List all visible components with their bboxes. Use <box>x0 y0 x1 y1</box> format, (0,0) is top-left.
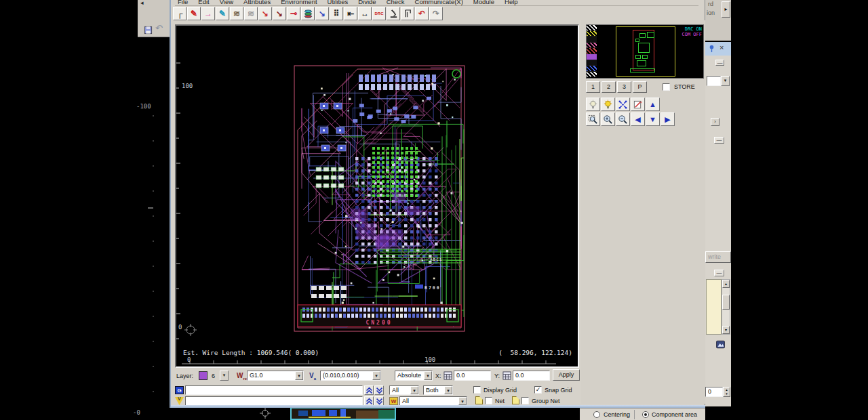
microscope-icon[interactable] <box>387 7 400 20</box>
radio-component-area[interactable] <box>642 411 649 418</box>
via-command-input[interactable] <box>185 396 363 406</box>
history-up-icon-2[interactable] <box>364 396 374 406</box>
fragment-spinner-value[interactable]: 0 <box>705 387 723 397</box>
bulb-on-icon[interactable] <box>601 98 615 111</box>
net-checkbox[interactable] <box>485 397 492 404</box>
layer-swatch-7[interactable] <box>587 66 597 72</box>
x-calculator-icon[interactable] <box>443 371 452 380</box>
layer-dropdown-icon[interactable]: ▾ <box>220 371 229 381</box>
history-up-icon[interactable] <box>364 385 374 395</box>
image-tool-icon[interactable] <box>716 340 728 350</box>
redo-icon[interactable]: ↷ <box>429 7 443 20</box>
caliper-icon[interactable] <box>401 7 414 20</box>
sheet-edit-icon[interactable] <box>631 98 645 111</box>
group-net-checkbox[interactable] <box>521 397 529 404</box>
scope-select[interactable]: All▾ <box>389 385 419 395</box>
zoom-area-icon[interactable] <box>586 112 600 126</box>
spinner-buttons[interactable]: ▴▾ <box>723 387 730 397</box>
layer-swatch-4[interactable] <box>587 48 597 54</box>
history-down-icon-2[interactable] <box>374 396 384 406</box>
wire-scope-select[interactable]: All▾ <box>399 396 467 406</box>
menu-module[interactable]: Module <box>473 0 494 5</box>
menu-help[interactable]: Help <box>505 0 518 5</box>
pan-up-icon[interactable]: ▲ <box>646 98 660 111</box>
add-via-icon[interactable]: ⊸ <box>287 7 300 20</box>
align-left-icon[interactable]: ⇤ <box>344 7 357 20</box>
scroll-thumb[interactable] <box>722 295 730 310</box>
undo-icon[interactable]: ↶ <box>415 7 429 20</box>
fragment-scrollbar[interactable]: ▴ ▾ <box>722 279 730 335</box>
fit-view-icon[interactable] <box>616 98 630 111</box>
dropdown-icon[interactable]: ▾ <box>372 371 380 380</box>
close-icon[interactable]: × <box>719 43 724 51</box>
store-checkbox[interactable] <box>663 83 670 91</box>
layer-stack-icon[interactable] <box>301 7 315 20</box>
scroll-right-icon[interactable]: › <box>711 118 719 126</box>
design-canvas[interactable]: CN200R700ADC1 100 0 Est. Wire Length : 1… <box>175 24 579 368</box>
dropdown-icon[interactable]: ▾ <box>295 371 303 380</box>
layer-swatch-8[interactable] <box>587 72 597 78</box>
view-button-1[interactable]: 1 <box>586 81 600 93</box>
route-pattern-alt-icon[interactable]: ≋ <box>244 7 258 20</box>
zoom-out-icon[interactable] <box>616 112 630 126</box>
menu-divide[interactable]: Divide <box>358 0 376 5</box>
history-down-icon[interactable] <box>374 385 384 395</box>
snap-grid-checkbox[interactable]: ✓ <box>534 386 542 394</box>
scroll-down-icon[interactable]: ▾ <box>722 326 730 334</box>
menu-attributes[interactable]: Attributes <box>243 0 271 5</box>
zoom-in-icon[interactable] <box>601 112 615 126</box>
pan-left-icon[interactable]: ◀ <box>631 112 645 126</box>
menu-environment[interactable]: Environment <box>281 0 317 5</box>
y-calculator-icon[interactable] <box>502 371 511 380</box>
radio-centering[interactable] <box>593 411 600 418</box>
menu-file[interactable]: File <box>178 0 188 5</box>
view-button-p[interactable]: P <box>633 81 647 93</box>
push-trace-alt-icon[interactable]: ↘ <box>273 7 286 20</box>
draw-line-icon[interactable]: ┌ <box>173 7 186 20</box>
dropdown-icon[interactable]: ▾ <box>424 371 432 380</box>
chevron-down-icon[interactable]: ▾ <box>721 76 730 86</box>
layer-swatch-0[interactable] <box>587 25 597 31</box>
minimize-icon-3[interactable]: — <box>714 270 724 276</box>
pin-icon[interactable] <box>707 44 716 53</box>
minimize-icon[interactable]: — <box>715 60 724 66</box>
part-move-icon[interactable]: → <box>201 7 215 20</box>
back-arrow-icon[interactable]: ◂ <box>140 0 144 6</box>
overwrite-button-fragment[interactable]: write <box>705 251 731 263</box>
pad-grid-icon[interactable]: ⠿ <box>330 7 343 20</box>
view-button-2[interactable]: 2 <box>601 81 616 93</box>
menu-edit[interactable]: Edit <box>198 0 209 5</box>
group-net-doc-icon[interactable] <box>512 396 519 404</box>
layer-swatch-3[interactable] <box>587 43 597 49</box>
display-grid-checkbox[interactable] <box>473 386 481 394</box>
menu-utilities[interactable]: Utilities <box>328 0 349 5</box>
wire-width-select[interactable]: G1.0▾ <box>247 371 304 381</box>
side-select[interactable]: Both▾ <box>423 385 453 395</box>
coord-mode-select[interactable]: Absolute▾ <box>395 371 433 381</box>
menu-communicatex[interactable]: Communicate(X) <box>415 0 463 5</box>
edit-pencil-icon[interactable]: ✎ <box>187 7 201 20</box>
dropdown-icon[interactable]: ▾ <box>444 386 452 394</box>
via-size-select[interactable]: (0.010,0.010)▾ <box>320 371 381 381</box>
layer-swatch-2[interactable] <box>587 37 597 43</box>
dropdown-icon[interactable]: ▾ <box>458 397 467 405</box>
push-trace-icon[interactable]: ↘ <box>258 7 272 20</box>
layer-swatch-column[interactable] <box>587 25 597 78</box>
x-input[interactable]: 0.0 <box>454 371 491 381</box>
net-doc-icon[interactable] <box>475 396 483 404</box>
spacing-icon[interactable]: ↔ <box>358 7 372 20</box>
route-pattern-icon[interactable]: ≋ <box>230 7 243 20</box>
pan-down-icon[interactable]: ▼ <box>646 112 660 126</box>
undo-fragment-icon[interactable]: ↶ <box>155 23 163 33</box>
minimap[interactable]: DRC ON COM OFF <box>586 24 704 79</box>
minimize-icon-2[interactable]: — <box>714 137 724 144</box>
layer-swatch-5[interactable] <box>587 54 597 60</box>
dropdown-icon[interactable]: ▾ <box>410 386 418 394</box>
fragment-combo[interactable] <box>707 76 721 86</box>
menu-check[interactable]: Check <box>387 0 405 5</box>
highlight-edit-icon[interactable]: ✎ <box>216 7 229 20</box>
drc-check-icon[interactable]: DRC <box>372 7 386 20</box>
save-floppy-icon[interactable] <box>144 26 153 35</box>
view-button-3[interactable]: 3 <box>617 81 631 93</box>
move-route-icon[interactable]: ↘ <box>315 7 329 20</box>
